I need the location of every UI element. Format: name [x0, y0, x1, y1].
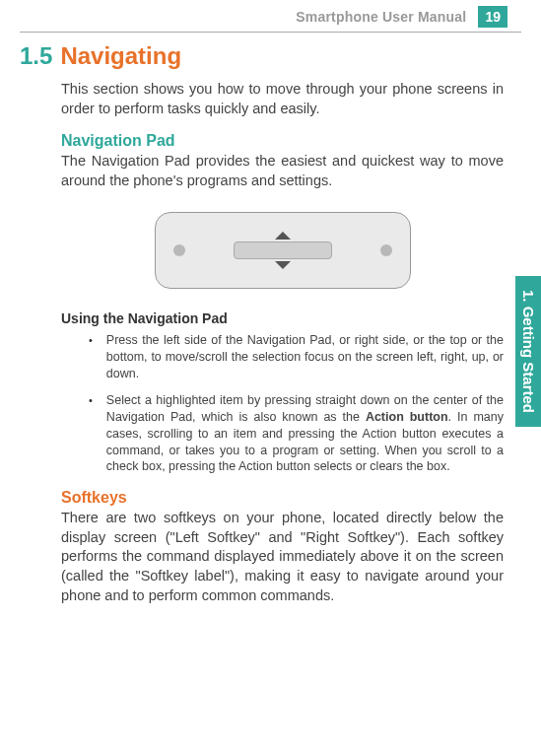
navigation-pad-desc: The Navigation Pad provides the easiest …: [61, 152, 504, 190]
page-number: 19: [478, 6, 507, 28]
nav-pad-action-bar: [234, 241, 332, 259]
section-intro: This section shows you how to move throu…: [61, 80, 504, 118]
softkeys-desc: There are two softkeys on your phone, lo…: [61, 509, 504, 605]
arrow-up-icon: [275, 232, 291, 240]
nav-pad-center: [234, 232, 332, 269]
arrow-down-icon: [275, 261, 291, 269]
nav-pad-bullet-list: • Press the left side of the Navigation …: [89, 332, 504, 475]
nav-pad: [155, 212, 411, 289]
manual-title: Smartphone User Manual: [296, 9, 466, 25]
chapter-side-tab: 1. Getting Started: [515, 276, 542, 427]
section-heading-row: 1.5 Navigating: [20, 42, 504, 70]
using-nav-pad-heading: Using the Navigation Pad: [61, 310, 504, 326]
nav-pad-left-dot: [173, 244, 185, 256]
nav-pad-right-dot: [380, 244, 392, 256]
page-content: 1.5 Navigating This section shows you ho…: [0, 34, 541, 605]
section-number: 1.5: [20, 42, 52, 70]
bullet-text-1: Press the left side of the Navigation Pa…: [106, 332, 504, 382]
softkeys-heading: Softkeys: [61, 489, 504, 507]
bullet-icon: •: [89, 332, 93, 382]
navigation-pad-heading: Navigation Pad: [61, 132, 504, 150]
nav-pad-figure: [61, 212, 504, 289]
section-title: Navigating: [60, 42, 181, 70]
list-item: • Press the left side of the Navigation …: [89, 332, 504, 382]
bullet-icon: •: [89, 392, 93, 475]
header-bar: Smartphone User Manual 19: [20, 0, 521, 33]
bullet-text-2: Select a highlighted item by pressing st…: [106, 392, 504, 475]
list-item: • Select a highlighted item by pressing …: [89, 392, 504, 475]
